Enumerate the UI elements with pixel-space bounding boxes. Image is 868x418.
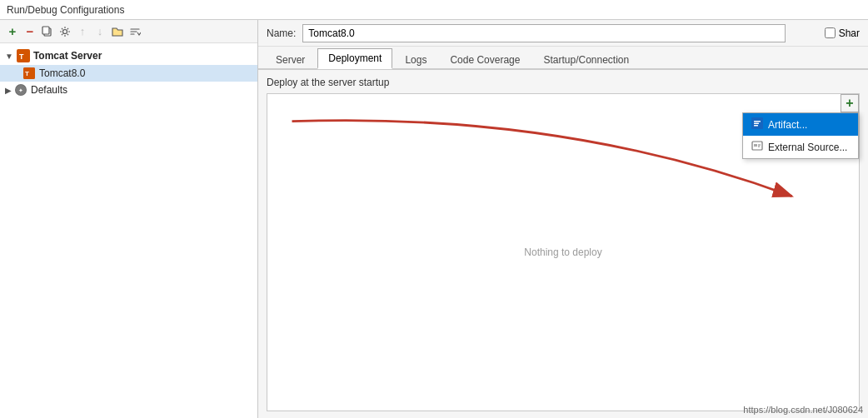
defaults-row[interactable]: ▶ ✦ Defaults bbox=[0, 82, 257, 98]
window-title: Run/Debug Configurations bbox=[7, 4, 124, 16]
settings-button[interactable] bbox=[57, 24, 72, 39]
svg-rect-10 bbox=[754, 121, 761, 122]
group-arrow-icon: ▼ bbox=[5, 52, 13, 61]
tomcat-child-icon: T bbox=[23, 67, 35, 79]
ext-source-icon bbox=[751, 140, 763, 154]
deploy-box: Nothing to deploy + bbox=[267, 93, 860, 411]
ext-source-label: External Source... bbox=[768, 142, 847, 153]
share-checkbox-row: Shar bbox=[825, 27, 860, 39]
add-deployment-button[interactable]: + bbox=[841, 94, 859, 112]
svg-rect-12 bbox=[754, 125, 758, 127]
folder-button[interactable] bbox=[110, 24, 125, 39]
tab-code-coverage[interactable]: Code Coverage bbox=[439, 50, 531, 69]
dropdown-item-external-source[interactable]: External Source... bbox=[743, 136, 858, 158]
sort-button[interactable] bbox=[127, 24, 142, 39]
svg-rect-14 bbox=[754, 144, 757, 147]
sidebar: + − ↑ ↓ bbox=[0, 20, 258, 418]
deploy-label: Deploy at the server startup bbox=[267, 77, 860, 88]
title-bar: Run/Debug Configurations bbox=[0, 0, 868, 20]
remove-config-button[interactable]: − bbox=[22, 24, 37, 39]
svg-point-2 bbox=[63, 29, 67, 33]
share-label: Shar bbox=[839, 27, 860, 39]
sidebar-toolbar: + − ↑ ↓ bbox=[0, 20, 257, 43]
share-checkbox[interactable] bbox=[825, 27, 836, 38]
sidebar-tree: ▼ T Tomcat Server T bbox=[0, 43, 257, 418]
watermark: https://blog.csdn.net/J080624 bbox=[743, 405, 863, 415]
artifact-label: Artifact... bbox=[768, 119, 807, 131]
tomcat-server-header[interactable]: ▼ T Tomcat Server bbox=[0, 47, 257, 65]
defaults-arrow-icon: ▶ bbox=[5, 86, 12, 95]
tab-startup-connection[interactable]: Startup/Connection bbox=[532, 50, 640, 69]
svg-rect-11 bbox=[754, 123, 759, 125]
tomcat-server-icon: T bbox=[17, 49, 30, 62]
svg-text:✦: ✦ bbox=[18, 87, 23, 93]
name-label: Name: bbox=[267, 27, 296, 39]
svg-text:T: T bbox=[25, 70, 29, 77]
add-config-button[interactable]: + bbox=[5, 24, 20, 39]
tomcat-server-group: ▼ T Tomcat Server T bbox=[0, 47, 257, 82]
nothing-to-deploy-text: Nothing to deploy bbox=[524, 246, 601, 258]
tab-deployment[interactable]: Deployment bbox=[317, 48, 392, 69]
deployment-area: Deploy at the server startup Nothing to … bbox=[258, 70, 868, 418]
artifact-icon bbox=[751, 117, 763, 132]
tab-bar: Server Deployment Logs Code Coverage Sta… bbox=[258, 47, 868, 70]
name-bar: Name: Shar bbox=[258, 20, 868, 47]
move-down-button[interactable]: ↓ bbox=[92, 24, 107, 39]
dropdown-item-artifact[interactable]: Artifact... bbox=[743, 113, 858, 136]
svg-rect-1 bbox=[42, 27, 49, 34]
move-up-button[interactable]: ↑ bbox=[75, 24, 90, 39]
dropdown-menu: Artifact... External Source... bbox=[742, 112, 859, 159]
copy-config-button[interactable] bbox=[40, 24, 55, 39]
name-input[interactable] bbox=[302, 24, 786, 42]
tab-logs[interactable]: Logs bbox=[394, 50, 437, 69]
content-area: Name: Shar Server Deployment Logs Code C… bbox=[258, 20, 868, 418]
defaults-label: Defaults bbox=[31, 84, 67, 96]
defaults-icon: ✦ bbox=[15, 84, 27, 96]
tomcat-child-item[interactable]: T Tomcat8.0 bbox=[0, 65, 257, 82]
svg-text:T: T bbox=[19, 52, 24, 61]
tab-server[interactable]: Server bbox=[265, 50, 316, 69]
tomcat-server-label: Tomcat Server bbox=[33, 50, 102, 62]
tomcat-child-label: Tomcat8.0 bbox=[39, 67, 85, 79]
